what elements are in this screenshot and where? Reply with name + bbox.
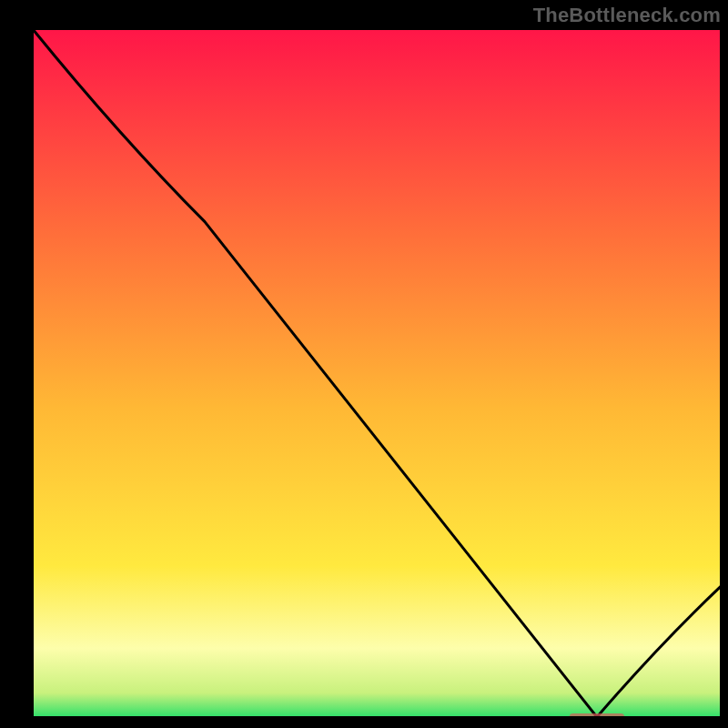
plot-background [33, 29, 721, 717]
chart-container: TheBottleneck.com [0, 0, 728, 728]
bottleneck-chart [0, 0, 728, 728]
